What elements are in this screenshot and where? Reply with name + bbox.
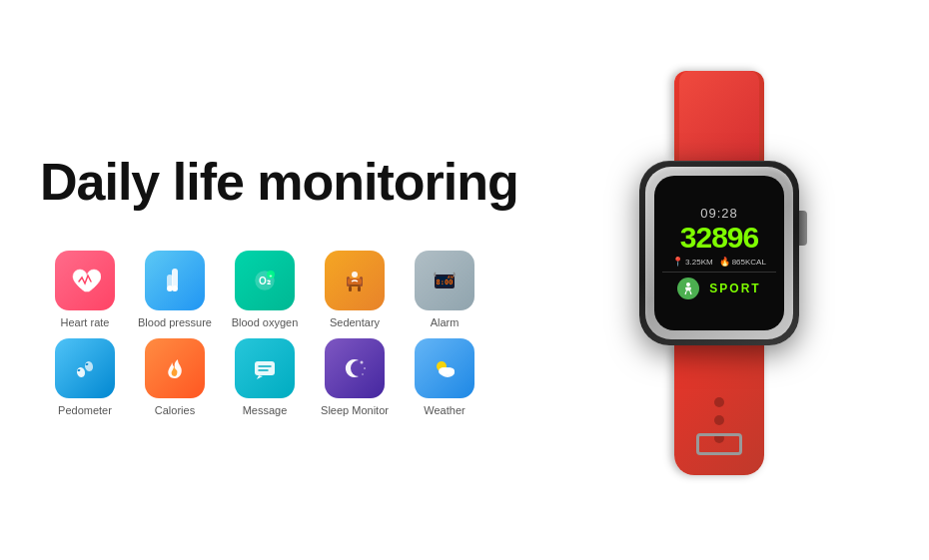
blood-pressure-icon: [145, 251, 205, 310]
distance-stat: 📍 3.25KM: [672, 257, 713, 267]
calories-value: 865KCAL: [732, 258, 766, 267]
sport-icon: [677, 278, 699, 299]
sedentary-icon: [325, 251, 385, 310]
screen-steps: 32896: [680, 223, 758, 253]
svg-text:+: +: [270, 273, 273, 279]
svg-point-33: [686, 282, 690, 286]
svg-point-3: [172, 285, 178, 291]
weather-icon: [415, 338, 474, 398]
svg-line-35: [690, 291, 691, 294]
message-label: Message: [243, 404, 288, 416]
blood-oxygen-icon: O₂ +: [235, 251, 295, 310]
svg-point-14: [352, 272, 358, 278]
location-icon: 📍: [672, 257, 683, 267]
calories-stat: 🔥 865KCAL: [719, 257, 766, 267]
svg-point-26: [361, 361, 364, 364]
svg-point-19: [76, 366, 86, 378]
svg-point-27: [364, 367, 366, 369]
watch-screen: 09:28 32896 📍 3.25KM 🔥 865KCAL: [654, 176, 784, 330]
icon-item-weather: Weather: [400, 338, 489, 416]
icon-item-sedentary: Sedentary: [310, 251, 400, 328]
svg-line-34: [685, 291, 686, 294]
screen-bottom: SPORT: [662, 278, 776, 299]
svg-point-20: [84, 360, 94, 372]
heart-rate-icon: [55, 251, 115, 310]
calories-icon: [145, 338, 205, 398]
message-icon: [235, 338, 295, 398]
svg-rect-11: [349, 286, 352, 291]
right-section: 09:28 32896 📍 3.25KM 🔥 865KCAL: [549, 71, 889, 490]
icons-grid: Heart rate Blood pressure: [40, 251, 549, 416]
alarm-icon: 8:00 AM: [415, 251, 474, 310]
main-container: Daily life monitoring Heart rate: [0, 0, 929, 560]
band-top: [674, 71, 764, 161]
calories-label: Calories: [155, 404, 195, 416]
icon-item-message: Message: [220, 338, 310, 416]
sport-label: SPORT: [709, 281, 760, 295]
svg-text:8:00: 8:00: [437, 279, 454, 286]
pedometer-label: Pedometer: [58, 404, 112, 416]
fire-icon: 🔥: [719, 257, 730, 267]
svg-text:AM: AM: [448, 275, 454, 280]
icon-item-heart-rate: Heart rate: [40, 251, 130, 328]
icon-item-calories: Calories: [130, 338, 220, 416]
sleep-monitor-label: Sleep Monitor: [321, 404, 389, 416]
watch-rim: 09:28 32896 📍 3.25KM 🔥 865KCAL: [645, 167, 793, 339]
screen-stats: 📍 3.25KM 🔥 865KCAL: [672, 257, 766, 267]
icon-item-alarm: 8:00 AM Alarm: [400, 251, 489, 328]
icon-item-blood-oxygen: O₂ + Blood oxygen: [220, 251, 310, 328]
watch-body: 09:28 32896 📍 3.25KM 🔥 865KCAL: [639, 161, 799, 345]
weather-label: Weather: [424, 404, 464, 416]
distance-value: 3.25KM: [685, 258, 713, 267]
icon-item-blood-pressure: Blood pressure: [130, 251, 220, 328]
svg-rect-13: [348, 279, 362, 284]
svg-point-32: [447, 368, 455, 375]
icon-item-pedometer: Pedometer: [40, 338, 130, 416]
screen-divider: [662, 272, 776, 273]
sedentary-label: Sedentary: [330, 316, 380, 328]
icon-item-sleep-monitor: Sleep Monitor: [310, 338, 400, 416]
blood-pressure-label: Blood pressure: [138, 316, 212, 328]
svg-rect-23: [255, 361, 275, 375]
svg-point-28: [362, 373, 364, 375]
pedometer-icon: [55, 338, 115, 398]
band-bottom: [674, 345, 764, 475]
heart-rate-label: Heart rate: [61, 316, 110, 328]
alarm-label: Alarm: [431, 316, 460, 328]
page-title: Daily life monitoring: [40, 154, 549, 211]
left-section: Daily life monitoring Heart rate: [40, 144, 549, 416]
sleep-monitor-icon: [325, 338, 385, 398]
watch-wrapper: 09:28 32896 📍 3.25KM 🔥 865KCAL: [579, 71, 859, 490]
screen-time: 09:28: [700, 206, 738, 221]
svg-rect-12: [358, 286, 361, 291]
blood-oxygen-label: Blood oxygen: [232, 316, 299, 328]
